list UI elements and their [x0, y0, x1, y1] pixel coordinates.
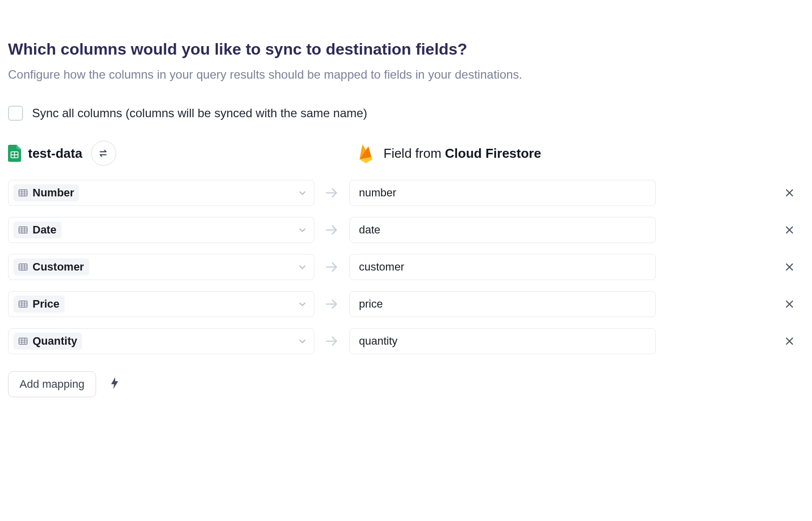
destination-field-input[interactable] — [349, 291, 656, 317]
destination-field-input[interactable] — [349, 254, 656, 280]
column-chip: Quantity — [14, 333, 82, 350]
arrow-right-icon — [325, 336, 338, 347]
source-column-select[interactable]: Customer — [8, 254, 314, 280]
mapping-row: Quantity — [8, 328, 804, 354]
source-column-select[interactable]: Price — [8, 291, 314, 317]
svg-rect-8 — [19, 227, 27, 233]
table-icon — [19, 189, 28, 196]
destination-field-input[interactable] — [349, 180, 656, 206]
mapping-arrow — [314, 336, 349, 347]
svg-rect-23 — [19, 338, 27, 344]
column-chip: Date — [14, 221, 62, 238]
table-icon — [19, 301, 28, 308]
remove-mapping-button[interactable] — [778, 188, 804, 198]
page-subtitle: Configure how the columns in your query … — [8, 68, 804, 82]
arrow-right-icon — [325, 262, 338, 273]
mapping-arrow — [314, 299, 349, 310]
svg-rect-18 — [19, 301, 27, 307]
table-icon — [19, 226, 28, 233]
column-chip: Number — [14, 184, 79, 201]
firebase-icon — [357, 143, 374, 163]
footer-row: Add mapping — [8, 371, 804, 397]
close-icon — [784, 299, 794, 309]
bolt-icon[interactable] — [110, 377, 119, 391]
column-chip: Customer — [14, 258, 89, 276]
source-column-name: Price — [33, 298, 60, 311]
chevron-down-icon — [298, 337, 307, 346]
remove-mapping-button[interactable] — [778, 336, 804, 346]
sync-all-checkbox[interactable] — [8, 106, 23, 121]
remove-mapping-button[interactable] — [778, 262, 804, 272]
destination-header: Field from Cloud Firestore — [357, 143, 541, 163]
source-column-select[interactable]: Number — [8, 180, 314, 206]
mapping-row: Customer — [8, 254, 804, 280]
google-sheets-icon — [8, 145, 21, 162]
source-column-name: Quantity — [33, 335, 77, 348]
source-name: test-data — [28, 146, 82, 161]
destination-field-input[interactable] — [349, 217, 656, 243]
arrow-right-icon — [325, 187, 338, 198]
table-icon — [19, 338, 28, 345]
arrow-right-icon — [325, 224, 338, 235]
source-column-select[interactable]: Quantity — [8, 328, 314, 354]
svg-rect-3 — [19, 190, 27, 196]
table-icon — [19, 264, 28, 271]
remove-mapping-button[interactable] — [778, 299, 804, 309]
mapping-arrow — [314, 224, 349, 235]
svg-rect-13 — [19, 264, 27, 270]
destination-prefix: Field from — [383, 146, 445, 161]
mappings-list: Number — [8, 180, 804, 354]
destination-provider: Cloud Firestore — [445, 146, 541, 161]
swap-icon — [99, 149, 109, 157]
remove-mapping-button[interactable] — [778, 225, 804, 235]
column-headers: test-data Field from Cloud Firestore — [8, 141, 804, 166]
column-chip: Price — [14, 296, 65, 313]
arrow-right-icon — [325, 299, 338, 310]
chevron-down-icon — [298, 225, 307, 234]
chevron-down-icon — [298, 300, 307, 309]
page-title: Which columns would you like to sync to … — [8, 40, 804, 59]
mapping-row: Price — [8, 291, 804, 317]
mapping-arrow — [314, 187, 349, 198]
sync-all-row: Sync all columns (columns will be synced… — [8, 106, 804, 121]
chevron-down-icon — [298, 263, 307, 272]
destination-field-input[interactable] — [349, 328, 656, 354]
source-column-select[interactable]: Date — [8, 217, 314, 243]
chevron-down-icon — [298, 188, 307, 197]
mapping-arrow — [314, 262, 349, 273]
close-icon — [784, 225, 794, 235]
destination-label: Field from Cloud Firestore — [383, 146, 541, 161]
source-column-name: Customer — [33, 260, 84, 274]
close-icon — [784, 188, 794, 198]
mapping-row: Date — [8, 217, 804, 243]
sync-all-label: Sync all columns (columns will be synced… — [32, 106, 367, 120]
source-header: test-data — [8, 141, 322, 166]
close-icon — [784, 262, 794, 272]
source-column-name: Number — [33, 186, 74, 199]
mapping-row: Number — [8, 180, 804, 206]
refresh-columns-button[interactable] — [91, 141, 116, 166]
close-icon — [784, 336, 794, 346]
source-column-name: Date — [33, 223, 57, 236]
add-mapping-button[interactable]: Add mapping — [8, 371, 96, 397]
